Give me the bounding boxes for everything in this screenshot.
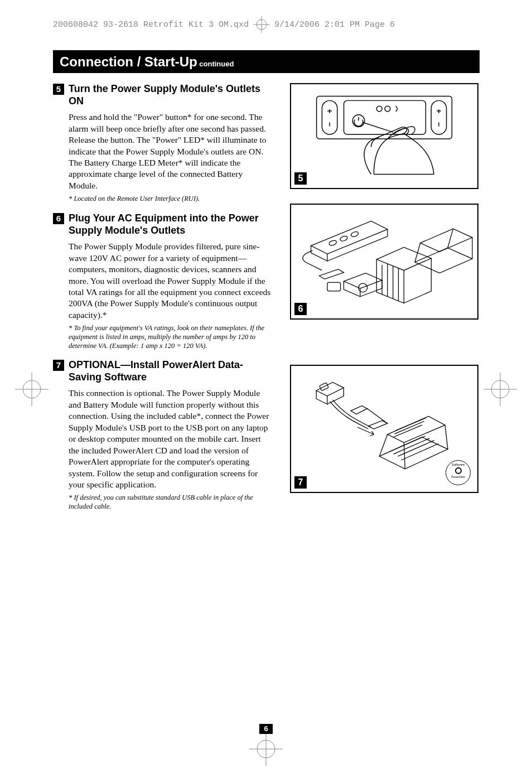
step-7-heading: 7 OPTIONAL—Install PowerAlert Data-Savin… (53, 359, 273, 383)
crop-mark-bottom-icon (249, 732, 283, 766)
figure-7-number: 7 (294, 476, 307, 489)
step-7-number: 7 (53, 360, 64, 371)
svg-rect-12 (317, 96, 452, 139)
crop-mark-left-icon (15, 373, 49, 406)
svg-line-39 (401, 444, 438, 460)
step-5-number: 5 (53, 84, 64, 95)
step-5-body: Press and hold the "Power" button* for o… (69, 112, 273, 191)
step-5-title: Turn the Power Supply Module's Outlets O… (69, 83, 273, 107)
svg-line-40 (396, 418, 426, 431)
figure-5-number: 5 (294, 172, 307, 185)
svg-point-23 (385, 106, 390, 112)
page-content: Connection / Start-Up continued 5 Turn t… (53, 50, 480, 520)
step-5-footnote: * Located on the Remote User Interface (… (69, 195, 273, 204)
figure-5: 5 (290, 83, 478, 189)
section-continued: continued (197, 60, 234, 68)
step-7-footnote: * If desired, you can substitute standar… (69, 494, 273, 511)
step-7-body: This connection is optional. The Power S… (69, 388, 273, 490)
step-7-title: OPTIONAL—Install PowerAlert Data-Saving … (69, 359, 273, 383)
svg-point-28 (350, 231, 359, 238)
section-title: Connection / Start-Up (60, 54, 197, 69)
svg-point-26 (328, 240, 337, 247)
right-column: 5 (290, 83, 480, 520)
step-6-heading: 6 Plug Your AC Equipment into the Power … (53, 212, 273, 236)
header-file-right: 9/14/2006 2:01 PM Page 6 (274, 20, 395, 30)
header-file-left: 200608042 93-2618 Retrofit Kit 3 OM.qxd (53, 20, 249, 30)
step-6-number: 6 (53, 213, 64, 224)
poweralert-badge-bottom-label: PowerAlert (446, 475, 470, 479)
crop-header-icon (253, 16, 270, 33)
poweralert-badge-circle-icon (455, 467, 462, 474)
step-6-footnote: * To find your equipment's VA ratings, l… (69, 324, 273, 350)
svg-rect-34 (327, 282, 341, 291)
left-column: 5 Turn the Power Supply Module's Outlets… (53, 83, 273, 520)
svg-line-41 (395, 421, 424, 434)
file-metadata-header: 200608042 93-2618 Retrofit Kit 3 OM.qxd … (53, 16, 395, 33)
svg-rect-13 (322, 100, 337, 134)
section-title-bar: Connection / Start-Up continued (53, 50, 480, 73)
figure-5-illustration-icon (291, 84, 477, 188)
two-column-content: 5 Turn the Power Supply Module's Outlets… (53, 83, 480, 520)
crop-mark-right-icon (483, 373, 517, 406)
svg-rect-17 (431, 100, 446, 134)
step-6-body: The Power Supply Module provides filtere… (69, 241, 273, 321)
poweralert-badge-top-label: Software (446, 463, 470, 466)
figure-6-number: 6 (294, 303, 307, 315)
svg-line-36 (389, 436, 425, 452)
svg-point-33 (359, 283, 367, 292)
figure-6: 6 (290, 204, 478, 320)
poweralert-badge-icon: Software PowerAlert (446, 460, 471, 485)
figure-7: Software PowerAlert 7 (290, 365, 478, 493)
page-number: 6 (259, 724, 273, 734)
svg-line-42 (394, 425, 422, 437)
svg-point-27 (340, 235, 349, 242)
svg-point-22 (376, 106, 382, 112)
step-6-title: Plug Your AC Equipment into the Power Su… (69, 212, 273, 236)
figure-6-illustration-icon (291, 205, 477, 318)
svg-line-37 (394, 438, 430, 454)
step-5-heading: 5 Turn the Power Supply Module's Outlets… (53, 83, 273, 107)
